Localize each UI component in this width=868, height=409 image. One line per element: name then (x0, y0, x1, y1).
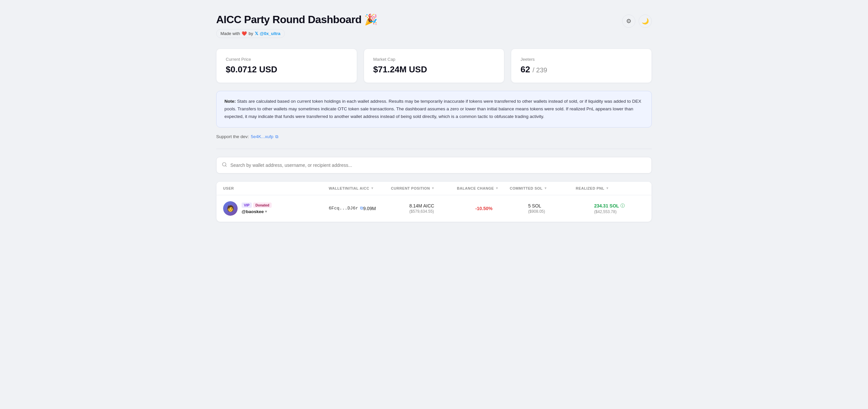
realized-pnl-cell: 234.31 SOL ⓘ ($42,553.78) (594, 203, 652, 214)
copy-address-icon[interactable]: ⧉ (275, 134, 278, 139)
note-text: Stats are calculated based on current to… (224, 99, 641, 119)
jeeter-count: 62 (521, 64, 530, 74)
twitter-handle: @0x_ultra (260, 31, 281, 36)
realized-pnl-usd: ($42,553.78) (594, 209, 652, 214)
page-title: AICC Party Round Dashboard 🎉 (216, 13, 377, 26)
balance-change-cell: -10.50% (475, 206, 528, 211)
th-committed-sol[interactable]: COMMITTED SOL ▼ (510, 186, 576, 190)
header-left: AICC Party Round Dashboard 🎉 Made with ❤… (216, 13, 377, 38)
username[interactable]: @baoskee ▾ (242, 209, 272, 214)
header: AICC Party Round Dashboard 🎉 Made with ❤… (216, 13, 652, 38)
sort-icon-committed-sol: ▼ (544, 186, 547, 190)
jeeter-total: / 239 (532, 66, 547, 74)
search-icon (222, 162, 227, 169)
initial-aicc-cell: 9.09M (363, 206, 409, 211)
th-wallet: WALLET (329, 186, 345, 190)
header-right: ⚙ 🌙 (622, 14, 652, 28)
sort-icon-current-position: ▼ (431, 186, 435, 190)
committed-sol-cell: 5 SOL ($908.05) (528, 203, 594, 214)
pnl-info-icon[interactable]: ⓘ (620, 203, 625, 209)
committed-sol-usd: ($908.05) (528, 209, 594, 214)
divider (216, 149, 652, 149)
sort-icon-balance-change: ▼ (495, 186, 499, 190)
stat-label-mcap: Market Cap (373, 57, 495, 62)
made-with-badge: Made with ❤️ by 𝕏 @0x_ultra (216, 29, 285, 38)
realized-pnl-info: 234.31 SOL ⓘ (594, 203, 652, 209)
note-box: Note: Stats are calculated based on curr… (216, 91, 652, 127)
th-initial-aicc[interactable]: INITIAL AICC ▼ (345, 186, 391, 190)
search-input[interactable] (230, 163, 646, 168)
stat-label-price: Current Price (226, 57, 347, 62)
realized-pnl-value: 234.31 SOL (594, 203, 619, 208)
committed-sol-value: 5 SOL (528, 203, 594, 208)
badge-vip: VIP (242, 203, 252, 208)
th-realized-pnl[interactable]: REALIZED PNL ▼ (576, 186, 649, 190)
initial-aicc-value: 9.09M (363, 206, 409, 211)
avatar-image: 🧑 (223, 201, 238, 216)
stat-value-jeeters: 62 / 239 (521, 64, 642, 75)
stat-card-mcap: Market Cap $71.24M USD (364, 49, 505, 83)
svg-line-1 (225, 166, 226, 167)
stat-label-jeeters: Jeeters (521, 57, 642, 62)
th-current-position[interactable]: CURRENT POSITION ▼ (391, 186, 457, 190)
stat-value-price: $0.0712 USD (226, 64, 347, 75)
table-header: USER WALLET INITIAL AICC ▼ CURRENT POSIT… (217, 182, 651, 195)
current-position-value: 8.14M AICC (409, 203, 475, 208)
support-address[interactable]: 5e4K...xufp (251, 134, 273, 139)
th-balance-change[interactable]: BALANCE CHANGE ▼ (457, 186, 510, 190)
balance-change-value: -10.50% (475, 206, 528, 211)
chevron-down-icon: ▾ (265, 209, 267, 214)
sort-icon-realized-pnl: ▼ (606, 186, 609, 190)
user-cell: 🧑 VIP Donated @baoskee ▾ (223, 201, 329, 216)
copy-wallet-icon[interactable]: ⧉ (360, 206, 363, 211)
wallet-address: 6Fcq...DJ6r (329, 206, 358, 211)
user-badges: VIP Donated (242, 203, 272, 208)
user-info: VIP Donated @baoskee ▾ (242, 203, 272, 214)
wallet-cell: 6Fcq...DJ6r ⧉ (329, 206, 363, 211)
heart-icon: ❤️ (242, 31, 247, 36)
table-row: 🧑 VIP Donated @baoskee ▾ 6Fcq...DJ6r ⧉ (217, 195, 651, 222)
current-position-usd: ($579,634.55) (409, 209, 475, 214)
support-label: Support the dev: (216, 134, 249, 139)
moon-icon: 🌙 (642, 18, 649, 25)
stat-card-jeeters: Jeeters 62 / 239 (511, 49, 652, 83)
stat-value-mcap: $71.24M USD (373, 64, 495, 75)
by-label: by (249, 31, 253, 36)
badge-donated: Donated (253, 203, 272, 208)
twitter-icon: 𝕏 (255, 31, 258, 36)
current-position-cell: 8.14M AICC ($579,634.55) (409, 203, 475, 214)
settings-button[interactable]: ⚙ (622, 14, 635, 28)
sort-icon-initial-aicc: ▼ (371, 186, 374, 190)
data-table: USER WALLET INITIAL AICC ▼ CURRENT POSIT… (216, 181, 652, 222)
settings-icon: ⚙ (626, 18, 631, 25)
stats-grid: Current Price $0.0712 USD Market Cap $71… (216, 49, 652, 83)
support-line: Support the dev: 5e4K...xufp ⧉ (216, 134, 652, 139)
avatar: 🧑 (223, 201, 238, 216)
stat-card-price: Current Price $0.0712 USD (216, 49, 357, 83)
th-user: USER (223, 186, 329, 190)
made-with-label: Made with (220, 31, 240, 36)
dark-mode-button[interactable]: 🌙 (639, 14, 652, 28)
search-bar (216, 157, 652, 173)
note-bold: Note: (224, 99, 236, 104)
